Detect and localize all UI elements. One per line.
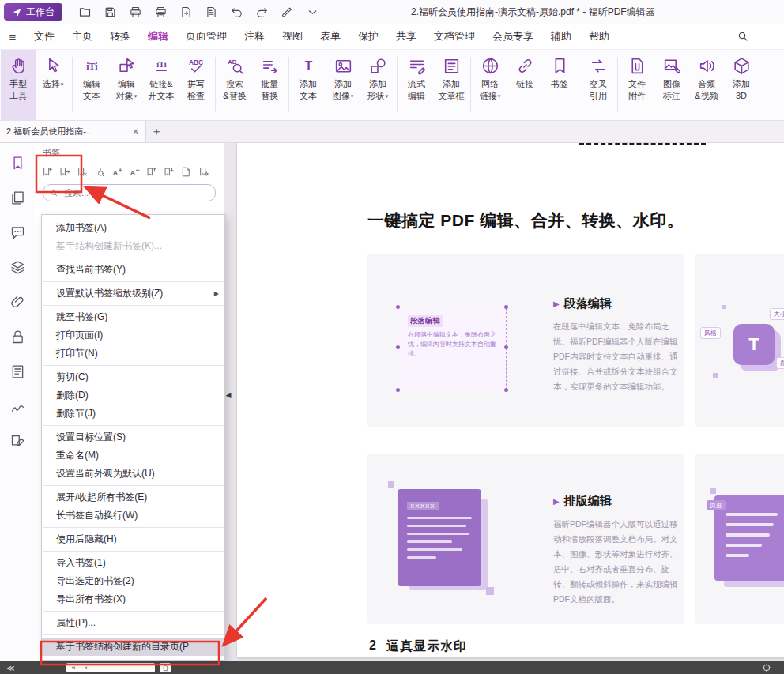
context-menu-item-15[interactable]: 设置目标位置(S): [42, 428, 224, 446]
menu-item-2[interactable]: 转换: [101, 24, 139, 49]
hamburger-menu-icon[interactable]: ≡: [0, 30, 25, 43]
sidebar-attachment-icon[interactable]: [9, 294, 26, 311]
workspace-button[interactable]: 工作台: [4, 3, 62, 21]
menu-item-6[interactable]: 视图: [273, 24, 311, 49]
sidebar-protect-icon[interactable]: [9, 329, 26, 345]
context-menu-item-5[interactable]: 设置默认书签缩放级别(Z)▶: [42, 284, 224, 303]
search-icon[interactable]: [737, 30, 749, 43]
tool-hand[interactable]: 手型工具: [1, 49, 36, 120]
menu-item-11[interactable]: 会员专享: [484, 24, 542, 49]
context-menu-item-11[interactable]: 剪切(C): [42, 368, 224, 386]
bookmark-search-input[interactable]: [62, 187, 209, 198]
tool-link[interactable]: 链接: [507, 49, 542, 120]
bm-down-icon[interactable]: [163, 166, 175, 178]
ribbon-collapse-icon[interactable]: [306, 6, 319, 19]
context-menu-item-20[interactable]: 长书签自动换行(W): [42, 506, 224, 525]
sidebar-comment-icon[interactable]: [9, 224, 26, 241]
tool-add-3d[interactable]: 添加3D: [724, 49, 759, 120]
bm-gear-icon[interactable]: [198, 166, 209, 178]
context-menu-item-1[interactable]: 基于结构创建新书签(K)...: [42, 237, 224, 255]
tab-close-icon[interactable]: ✕: [133, 127, 139, 136]
document-tab[interactable]: 2.福昕会员使用指南-... ✕: [0, 121, 146, 142]
tool-batch-replace[interactable]: 批量替换: [252, 49, 287, 120]
tool-add-text[interactable]: T添加文本: [291, 49, 326, 120]
context-menu-item-7[interactable]: 跳至书签(G): [42, 308, 224, 326]
tool-flow-edit[interactable]: 流式编辑: [399, 49, 434, 120]
tool-audio-video[interactable]: 音频&视频: [689, 49, 724, 120]
font-inc-icon[interactable]: A: [111, 166, 122, 178]
tool-link-text[interactable]: iTi链接&开文本: [144, 49, 179, 120]
menu-item-10[interactable]: 文档管理: [425, 24, 484, 49]
context-menu-item-9[interactable]: 打印节(N): [42, 345, 224, 363]
tool-article-box[interactable]: 添加文章框: [434, 49, 469, 120]
context-menu-item-3[interactable]: 查找当前书签(Y): [42, 261, 224, 279]
undo-icon[interactable]: [230, 6, 243, 19]
menu-item-12[interactable]: 辅助: [542, 24, 580, 49]
redo-icon[interactable]: [255, 6, 269, 19]
context-menu-item-13[interactable]: 删除节(J): [42, 405, 224, 423]
previous-page-icon[interactable]: ‹: [85, 664, 87, 672]
context-menu-item-12[interactable]: 删除(D): [42, 386, 224, 405]
first-page-icon[interactable]: «: [71, 664, 75, 672]
save-icon[interactable]: [104, 6, 117, 19]
section1-heading: ▶ 段落编辑: [553, 296, 612, 311]
tool-add-shape[interactable]: 添加形状▾: [360, 49, 395, 120]
page-view-icon[interactable]: [160, 663, 171, 672]
locate-icon[interactable]: [762, 663, 771, 672]
menu-item-1[interactable]: 主页: [63, 24, 101, 49]
bm-next-icon[interactable]: [58, 166, 70, 178]
export-doc-icon[interactable]: [179, 6, 193, 19]
bookmark-search[interactable]: [43, 184, 216, 201]
tool-search-replace[interactable]: AB搜索&替换: [217, 49, 252, 120]
print-icon[interactable]: [129, 6, 142, 19]
bm-up-icon[interactable]: [145, 166, 157, 178]
menu-item-4[interactable]: 页面管理: [177, 24, 236, 49]
quick-print-icon[interactable]: [154, 6, 168, 19]
email-doc-icon[interactable]: [205, 6, 218, 19]
new-tab-button[interactable]: ＋: [146, 121, 167, 142]
tool-edit-text[interactable]: iTi编辑文本: [74, 49, 109, 120]
context-menu-item-25[interactable]: 导出选定的书签(2): [42, 572, 224, 590]
tool-file-attach[interactable]: 文件附件: [620, 49, 654, 120]
context-menu-item-0[interactable]: 添加书签(A): [42, 219, 224, 237]
tool-web-link[interactable]: 网络链接▾: [473, 49, 507, 120]
dropdown-caret-icon: ▾: [134, 90, 138, 102]
tool-bookmark[interactable]: 书签: [542, 49, 577, 120]
context-menu-item-26[interactable]: 导出所有书签(X): [42, 590, 224, 608]
tool-add-image[interactable]: 添加图像▾: [326, 49, 360, 120]
sidebar-pages-icon[interactable]: [9, 190, 26, 206]
ink-icon[interactable]: [281, 6, 294, 19]
page-doc-icon[interactable]: [180, 166, 192, 178]
menu-item-13[interactable]: 帮助: [580, 24, 618, 49]
context-menu-item-19[interactable]: 展开/收起所有书签(E): [42, 488, 224, 506]
menu-item-7[interactable]: 表单: [311, 24, 349, 49]
sidebar-summary-icon[interactable]: [9, 363, 26, 380]
open-file-icon[interactable]: [78, 6, 92, 19]
tool-image-annot[interactable]: 图像标注: [654, 49, 689, 120]
tool-select[interactable]: 选择▾: [36, 49, 70, 120]
context-menu-item-24[interactable]: 导入书签(1): [42, 554, 224, 572]
context-menu-item-17[interactable]: 设置当前外观为默认(U): [42, 465, 224, 483]
menu-item-3[interactable]: 编辑: [139, 24, 177, 49]
tool-cross-ref[interactable]: 交叉引用: [581, 49, 616, 120]
tool-spell-check[interactable]: ABC拼写检查: [179, 49, 213, 120]
context-menu-item-22[interactable]: 使用后隐藏(H): [42, 530, 224, 548]
menu-item-0[interactable]: 文件: [25, 24, 63, 49]
sidebar-organize-icon[interactable]: [9, 433, 26, 450]
sidebar-bookmark-icon[interactable]: [9, 155, 26, 171]
menu-item-5[interactable]: 注释: [236, 24, 273, 49]
context-menu-item-30[interactable]: 基于书签结构创建新的目录页(P: [42, 638, 224, 656]
context-menu-item-16[interactable]: 重命名(M): [42, 446, 224, 465]
context-menu-item-28[interactable]: 属性(P)...: [42, 614, 224, 632]
bm-del-icon[interactable]: [76, 166, 88, 178]
menu-item-8[interactable]: 保护: [349, 24, 387, 49]
font-dec-icon[interactable]: A: [128, 166, 140, 178]
statusbar-collapse-icon[interactable]: ≪: [6, 664, 14, 672]
sidebar-layers-icon[interactable]: [9, 259, 26, 276]
tool-edit-object[interactable]: 编辑对象▾: [109, 49, 144, 120]
sidebar-sign-icon[interactable]: [9, 398, 26, 415]
bm-find-icon[interactable]: [93, 166, 105, 178]
bm-new-icon[interactable]: [41, 166, 53, 178]
context-menu-item-8[interactable]: 打印页面(I): [42, 326, 224, 345]
menu-item-9[interactable]: 共享: [387, 24, 425, 49]
